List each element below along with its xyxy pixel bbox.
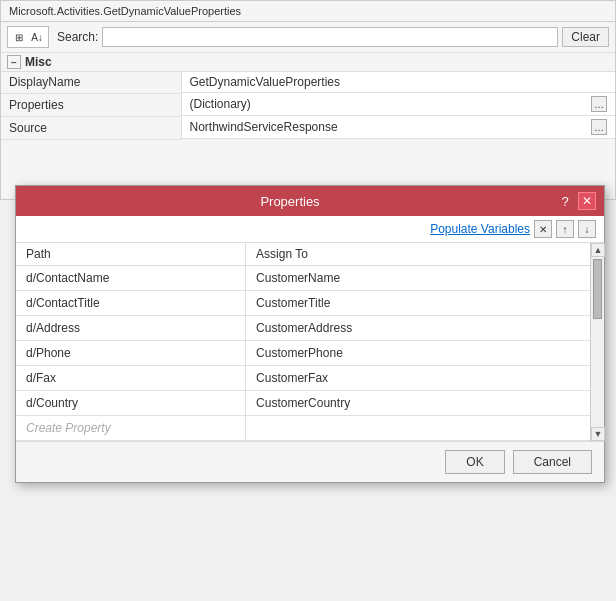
path-cell[interactable]: d/Phone bbox=[16, 341, 246, 366]
table-row[interactable]: d/ContactTitleCustomerTitle bbox=[16, 291, 590, 316]
table-row[interactable]: d/FaxCustomerFax bbox=[16, 366, 590, 391]
assign-to-cell[interactable]: CustomerTitle bbox=[246, 291, 590, 316]
populate-up-btn[interactable]: ↑ bbox=[556, 220, 574, 238]
dialog-body: Populate Variables ✕ ↑ ↓ Path Assign To … bbox=[16, 216, 604, 441]
modal-overlay: Properties ? ✕ Populate Variables ✕ ↑ ↓ … bbox=[0, 0, 616, 601]
help-button[interactable]: ? bbox=[556, 192, 574, 210]
assign-to-cell[interactable]: CustomerName bbox=[246, 266, 590, 291]
assign-to-cell[interactable]: CustomerFax bbox=[246, 366, 590, 391]
populate-remove-btn[interactable]: ✕ bbox=[534, 220, 552, 238]
assign-to-cell[interactable]: CustomerAddress bbox=[246, 316, 590, 341]
dialog-controls: ? ✕ bbox=[556, 192, 596, 210]
table-row[interactable]: d/CountryCustomerCountry bbox=[16, 391, 590, 416]
path-cell[interactable]: d/Fax bbox=[16, 366, 246, 391]
scroll-down-arrow[interactable]: ▼ bbox=[591, 427, 605, 441]
populate-row: Populate Variables ✕ ↑ ↓ bbox=[16, 216, 604, 243]
path-cell[interactable]: d/ContactName bbox=[16, 266, 246, 291]
path-cell[interactable]: d/Address bbox=[16, 316, 246, 341]
cancel-button[interactable]: Cancel bbox=[513, 450, 592, 474]
create-property-row[interactable]: Create Property bbox=[16, 416, 590, 441]
table-row[interactable]: d/ContactNameCustomerName bbox=[16, 266, 590, 291]
assign-to-cell[interactable]: CustomerCountry bbox=[246, 391, 590, 416]
path-column-header: Path bbox=[16, 243, 246, 266]
close-button[interactable]: ✕ bbox=[578, 192, 596, 210]
dialog-titlebar: Properties ? ✕ bbox=[16, 186, 604, 216]
scrollbar[interactable]: ▲ ▼ bbox=[590, 243, 604, 441]
path-cell[interactable]: d/ContactTitle bbox=[16, 291, 246, 316]
populate-variables-link[interactable]: Populate Variables bbox=[430, 222, 530, 236]
create-property-assign[interactable] bbox=[246, 416, 590, 441]
dialog-footer: OK Cancel bbox=[16, 441, 604, 482]
ok-button[interactable]: OK bbox=[445, 450, 504, 474]
scrollbar-thumb[interactable] bbox=[593, 259, 602, 319]
populate-down-btn[interactable]: ↓ bbox=[578, 220, 596, 238]
dialog-title: Properties bbox=[24, 194, 556, 209]
table-row[interactable]: d/AddressCustomerAddress bbox=[16, 316, 590, 341]
properties-table: Path Assign To d/ContactNameCustomerName… bbox=[16, 243, 590, 441]
table-wrapper: Path Assign To d/ContactNameCustomerName… bbox=[16, 243, 604, 441]
table-row[interactable]: d/PhoneCustomerPhone bbox=[16, 341, 590, 366]
create-property-path[interactable]: Create Property bbox=[16, 416, 246, 441]
table-header-row: Path Assign To bbox=[16, 243, 590, 266]
path-cell[interactable]: d/Country bbox=[16, 391, 246, 416]
properties-dialog: Properties ? ✕ Populate Variables ✕ ↑ ↓ … bbox=[15, 185, 605, 483]
scroll-up-arrow[interactable]: ▲ bbox=[591, 243, 605, 257]
table-scroll: Path Assign To d/ContactNameCustomerName… bbox=[16, 243, 590, 441]
assign-to-cell[interactable]: CustomerPhone bbox=[246, 341, 590, 366]
assign-to-column-header: Assign To bbox=[246, 243, 590, 266]
